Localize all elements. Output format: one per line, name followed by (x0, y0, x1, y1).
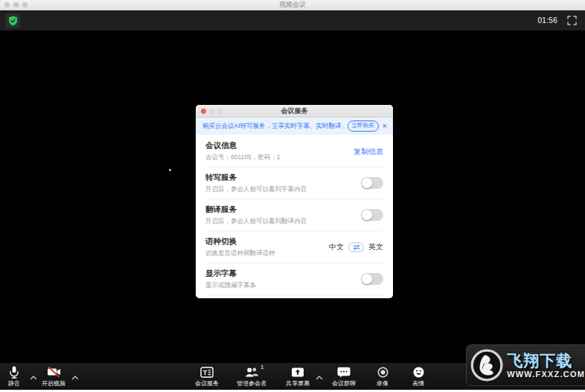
mute-label: 静音 (8, 379, 20, 388)
emoji-button[interactable]: 表情 (412, 366, 424, 388)
meeting-info-row: 会议信息 会议号：601105，密码：1 复制信息 (205, 135, 383, 167)
transcription-row: 转写服务 开启后，参会人都可以看到字幕内容 (205, 167, 383, 199)
chevron-up-icon (31, 376, 37, 380)
promo-banner: 购买云会议AI转写服务，立享实时字幕、实时翻译、自动... 立即购买 × (196, 118, 393, 135)
language-to-label: 英文 (368, 242, 383, 252)
meeting-services-button[interactable]: T 会议服务 (195, 366, 219, 388)
meeting-timer: 01:56 (537, 16, 557, 25)
meeting-info-detail: 会议号：601105，密码：1 (205, 153, 280, 162)
subtitle-size-row: 字幕大小 小 默认 中 大 (205, 295, 383, 298)
chat-bubble-icon (337, 367, 351, 378)
transcription-toggle[interactable] (361, 177, 383, 189)
translation-subtitle: 开启后，参会人都可以看到翻译内容 (205, 217, 307, 226)
chevron-up-icon (316, 376, 323, 380)
transcription-title: 转写服务 (205, 173, 307, 183)
site-watermark: 飞翔下载 WWW.FXXZ.COM (466, 344, 585, 386)
transcription-text: 转写服务 开启后，参会人都可以看到字幕内容 (205, 173, 307, 194)
dialog-traffic-lights (201, 109, 223, 114)
translation-toggle[interactable] (361, 209, 383, 221)
share-screen-label: 共享屏幕 (286, 379, 310, 388)
meeting-info-text: 会议信息 会议号：601105，密码：1 (205, 141, 280, 162)
meeting-services-dialog: 会议服务 购买云会议AI转写服务，立享实时字幕、实时翻译、自动... 立即购买 … (196, 105, 393, 298)
shield-check-icon (8, 16, 18, 26)
show-subtitles-subtitle: 显示或隐藏字幕条 (205, 281, 256, 290)
captions-box-icon: T (200, 367, 214, 378)
meeting-services-label: 会议服务 (195, 379, 219, 388)
language-switch-title: 语种切换 (205, 237, 275, 247)
video-options-chevron[interactable] (72, 370, 79, 383)
buy-now-button[interactable]: 立即购买 (348, 121, 379, 132)
svg-text:T: T (203, 369, 208, 376)
share-options-chevron[interactable] (316, 370, 323, 383)
record-icon (377, 367, 389, 378)
fullscreen-button[interactable] (567, 16, 577, 25)
dialog-minimize-button (209, 109, 214, 114)
dialog-close-button[interactable] (201, 109, 206, 114)
translation-row: 翻译服务 开启后，参会人都可以看到翻译内容 (205, 199, 383, 231)
language-switch-text: 语种切换 切换发言语种和翻译语种 (205, 237, 275, 258)
language-switch-control: 中文 英文 (329, 242, 383, 252)
fxxz-logo-icon (470, 347, 503, 383)
mouse-cursor-dot (169, 169, 171, 171)
mac-titlebar: 视频会议 (0, 0, 585, 10)
chevron-up-icon (72, 376, 79, 380)
transcription-subtitle: 开启后，参会人都可以看到字幕内容 (205, 185, 307, 194)
translation-text: 翻译服务 开启后，参会人都可以看到翻译内容 (205, 205, 307, 226)
manage-participants-label: 管理参会者 (237, 379, 266, 388)
banner-close-icon[interactable]: × (383, 122, 387, 130)
language-switch-subtitle: 切换发言语种和翻译语种 (205, 249, 275, 258)
swap-languages-icon (352, 244, 361, 251)
mute-button[interactable]: 静音 (8, 366, 20, 388)
app-window: 视频会议 01:56 会议服务 购 (0, 0, 585, 392)
show-subtitles-text: 显示字幕 显示或隐藏字幕条 (205, 269, 256, 290)
participant-count-badge: 1 (260, 364, 263, 370)
meeting-info-title: 会议信息 (205, 141, 280, 151)
emoji-icon (413, 367, 424, 378)
dialog-body: 会议信息 会议号：601105，密码：1 复制信息 转写服务 开启后，参会人都可… (196, 135, 393, 298)
show-subtitles-row: 显示字幕 显示或隐藏字幕条 (205, 263, 383, 295)
watermark-text: 飞翔下载 WWW.FXXZ.COM (507, 353, 585, 379)
fullscreen-icon (567, 16, 577, 25)
share-screen-icon (291, 367, 304, 378)
record-label: 录像 (377, 379, 389, 388)
share-screen-button[interactable]: 共享屏幕 (286, 366, 310, 388)
camera-off-icon (46, 366, 62, 378)
start-video-button[interactable]: 开启视频 (42, 366, 65, 388)
manage-participants-button[interactable]: 1 管理参会者 (237, 366, 266, 388)
participants-icon (245, 367, 259, 378)
swap-languages-button[interactable] (348, 242, 364, 252)
watermark-title: 飞翔下载 (507, 353, 585, 368)
meeting-topbar: 01:56 (0, 10, 585, 30)
watermark-url: WWW.FXXZ.COM (507, 370, 585, 379)
language-from-label: 中文 (329, 242, 344, 252)
translation-title: 翻译服务 (205, 205, 307, 215)
copy-info-link[interactable]: 复制信息 (354, 147, 383, 157)
encryption-shield-button[interactable] (5, 13, 20, 28)
window-title: 视频会议 (0, 0, 585, 10)
language-switch-row: 语种切换 切换发言语种和翻译语种 中文 英文 (205, 231, 383, 263)
dialog-zoom-button (217, 109, 223, 114)
microphone-icon (8, 366, 20, 379)
record-button[interactable]: 录像 (377, 366, 389, 388)
promo-banner-text: 购买云会议AI转写服务，立享实时字幕、实时翻译、自动... (202, 122, 344, 131)
emoji-label: 表情 (412, 379, 424, 388)
dialog-titlebar: 会议服务 (196, 105, 393, 118)
show-subtitles-toggle[interactable] (361, 273, 383, 285)
meeting-chat-label: 会议群聊 (332, 379, 356, 388)
show-subtitles-title: 显示字幕 (205, 269, 256, 279)
dialog-title: 会议服务 (196, 106, 393, 116)
mic-options-chevron[interactable] (31, 370, 37, 383)
start-video-label: 开启视频 (42, 379, 65, 388)
meeting-chat-button[interactable]: 会议群聊 (332, 366, 356, 388)
